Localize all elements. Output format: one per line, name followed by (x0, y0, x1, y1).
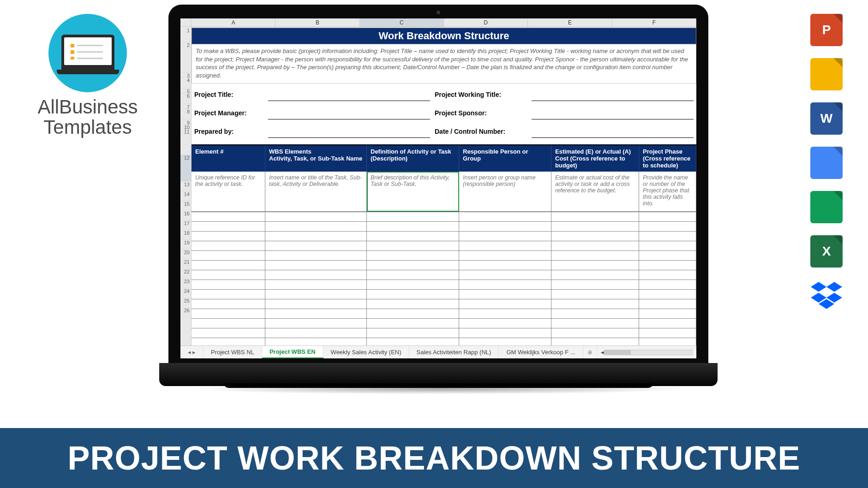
table-row[interactable] (192, 261, 696, 270)
table-row[interactable] (192, 338, 696, 345)
col-B[interactable]: B (275, 18, 359, 27)
table-row[interactable] (192, 270, 696, 280)
table-row[interactable] (192, 299, 696, 309)
file-type-icons: P W X (808, 14, 845, 312)
row-headers: 1 2 3 4 5 6 7 8 9 10 11 12 13 14 15 16 1… (180, 28, 192, 345)
hint-element[interactable]: Unique reference ID for the activity or … (192, 172, 265, 212)
table-row[interactable] (192, 328, 696, 338)
th-responsible: Responsible Person or Group (459, 145, 551, 172)
meta-row-2: Project Manager: Project Sponsor: (192, 106, 696, 120)
th-element: Element # (192, 145, 265, 172)
table-row[interactable] (192, 212, 696, 222)
horizontal-scrollbar[interactable]: ◂ (597, 346, 696, 358)
project-sponsor-label: Project Sponsor: (435, 107, 527, 119)
word-icon: W (810, 102, 843, 135)
project-manager-field[interactable] (268, 107, 430, 119)
table-row[interactable] (192, 290, 696, 299)
svg-marker-1 (826, 282, 842, 292)
col-D[interactable]: D (444, 18, 528, 27)
brand-text-line2: Templates (28, 117, 148, 137)
add-sheet-button[interactable]: ⊕ (583, 346, 597, 358)
th-wbs-elements: WBS Elements Activity, Task, or Sub-Task… (265, 145, 367, 172)
empty-data-rows (192, 212, 696, 345)
powerpoint-icon: P (810, 14, 843, 46)
date-control-label: Date / Control Number: (435, 125, 527, 138)
hint-definition-selected-cell[interactable]: Brief description of this Activity, Task… (367, 172, 459, 212)
col-E[interactable]: E (528, 18, 612, 27)
table-row[interactable] (192, 251, 696, 261)
project-sponsor-field[interactable] (532, 107, 694, 119)
brand-circle (48, 14, 127, 92)
table-row[interactable] (192, 280, 696, 290)
dropbox-icon (810, 280, 843, 312)
table-header: Element # WBS Elements Activity, Task, o… (192, 145, 696, 172)
google-sheets-icon (810, 191, 843, 223)
hint-cost[interactable]: Estimate or actual cost of the activity … (551, 172, 639, 212)
excel-icon: X (810, 235, 843, 268)
th-cost: Estimated (E) or Actual (A) Cost (Cross … (551, 145, 639, 172)
project-title-field[interactable] (268, 88, 430, 101)
col-F[interactable]: F (612, 18, 696, 27)
column-headers: A B C D E F (180, 18, 696, 27)
prepared-by-label: Prepared by: (194, 125, 263, 138)
camera-dot (437, 11, 440, 14)
table-row[interactable] (192, 222, 696, 232)
th-definition: Definition of Activity or Task (Descript… (367, 145, 459, 172)
hint-responsible[interactable]: Insert person or group name (responsible… (459, 172, 551, 212)
instructions-text: To make a WBS, please provide basic (pro… (192, 44, 696, 83)
spreadsheet-screen: A B C D E F 1 2 3 4 5 6 7 8 9 10 11 12 (180, 18, 696, 358)
tab-gm-weklijks[interactable]: GM Weklijks Verkoop F ... (499, 346, 583, 358)
date-control-field[interactable] (532, 125, 694, 138)
brand-logo: AllBusiness Templates (28, 14, 148, 137)
hint-wbs-elements[interactable]: Insert name or title of the Task, Sub-ta… (265, 172, 367, 212)
hint-phase[interactable]: Provide the name or number of the Projec… (639, 172, 696, 212)
sheet-tabs-bar: ◂ ▸ Project WBS NL Project WBS EN Weekly… (180, 345, 696, 358)
table-row[interactable] (192, 319, 696, 328)
table-row[interactable] (192, 309, 696, 319)
svg-marker-0 (811, 282, 826, 292)
hint-row: Unique reference ID for the activity or … (192, 172, 696, 212)
col-C[interactable]: C (360, 18, 444, 27)
project-working-title-field[interactable] (532, 88, 694, 101)
tab-sales-activiteiten-nl[interactable]: Sales Activiteiten Rapp (NL) (409, 346, 499, 358)
tab-project-wbs-en[interactable]: Project WBS EN (262, 346, 323, 358)
prepared-by-field[interactable] (268, 125, 430, 138)
tab-weekly-sales-en[interactable]: Weekly Sales Activity (EN) (323, 346, 409, 358)
project-manager-label: Project Manager: (194, 107, 263, 119)
table-row[interactable] (192, 241, 696, 251)
google-docs-icon (810, 147, 843, 179)
brand-text-line1: AllBusiness (28, 97, 148, 117)
tab-project-wbs-nl[interactable]: Project WBS NL (204, 346, 262, 358)
table-row[interactable] (192, 232, 696, 241)
laptop-mockup: A B C D E F 1 2 3 4 5 6 7 8 9 10 11 12 (159, 5, 718, 408)
project-title-label: Project Title: (194, 88, 263, 101)
project-working-title-label: Project Working Title: (435, 88, 527, 101)
col-A[interactable]: A (192, 18, 275, 27)
tab-nav[interactable]: ◂ ▸ (180, 346, 204, 358)
sheet-title: Work Breakdown Structure (192, 28, 696, 44)
google-slides-icon (810, 58, 843, 90)
meta-row-3: Prepared by: Date / Control Number: (192, 124, 696, 139)
th-phase: Project Phase (Cross reference to schedu… (639, 145, 696, 172)
meta-row-1: Project Title: Project Working Title: (192, 87, 696, 102)
page-banner: PROJECT WORK BREAKDOWN STRUCTURE (0, 428, 868, 488)
brand-laptop-icon (61, 35, 114, 71)
